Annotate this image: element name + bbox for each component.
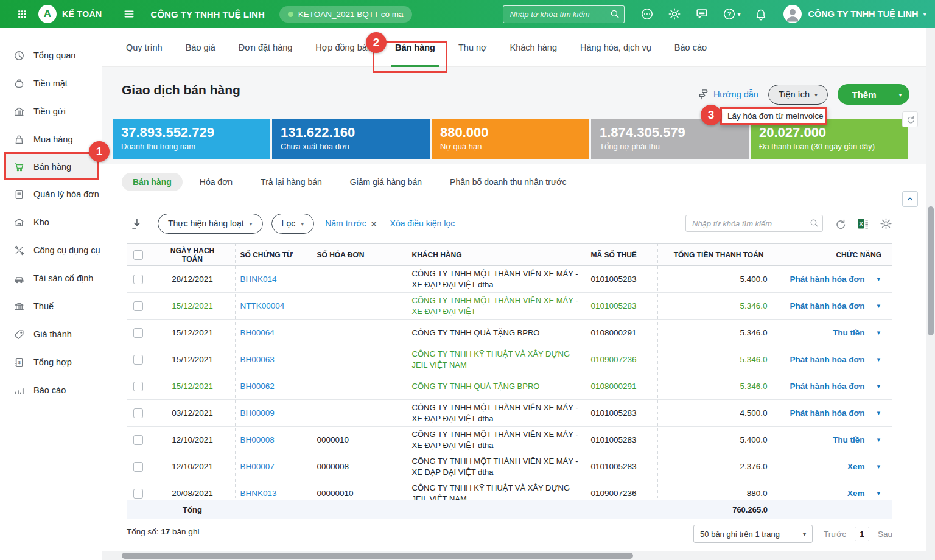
- kpi-card-tong-no-phai-thu[interactable]: 1.874.305.579Tổng nợ phải thu: [591, 119, 749, 159]
- account-name[interactable]: CÔNG TY TNHH TUỆ LINH: [808, 9, 918, 19]
- doc-no-link[interactable]: BH00009: [240, 408, 275, 418]
- sidebar-item-tien-mat[interactable]: Tiền mặt: [0, 69, 102, 97]
- doc-no-link[interactable]: BH00007: [240, 462, 275, 471]
- row-action-button[interactable]: Thu tiền: [833, 435, 865, 444]
- row-action-chevron-down-icon[interactable]: ▾: [877, 382, 880, 390]
- subtab-tra-lai-hang-ban[interactable]: Trả lại hàng bán: [250, 173, 333, 191]
- doc-no-link[interactable]: BH00062: [240, 382, 275, 391]
- vertical-scrollbar[interactable]: [926, 28, 935, 560]
- tab-quy-trinh[interactable]: Quy trình: [126, 28, 163, 67]
- current-page[interactable]: 1: [855, 527, 869, 541]
- col-chuc-nang[interactable]: CHỨC NĂNG: [769, 244, 892, 266]
- sidebar-item-gia-thanh[interactable]: Giá thành: [0, 320, 102, 348]
- refresh-cards-button[interactable]: [902, 111, 918, 127]
- sidebar-item-thue[interactable]: Thuế: [0, 292, 102, 320]
- row-action-chevron-down-icon[interactable]: ▾: [877, 436, 880, 444]
- row-action-button[interactable]: Xem: [847, 462, 865, 471]
- tab-thu-no[interactable]: Thu nợ: [458, 28, 487, 67]
- sidebar-item-tien-gui[interactable]: Tiền gửi: [0, 97, 102, 125]
- kpi-card-no-qua-han[interactable]: 880.000Nợ quá hạn: [432, 119, 589, 159]
- utilities-button[interactable]: Tiện ích ▾: [768, 85, 828, 105]
- subtab-ban-hang[interactable]: Bán hàng: [122, 173, 183, 191]
- avatar[interactable]: [783, 5, 802, 23]
- search-icon[interactable]: [809, 218, 819, 228]
- row-checkbox[interactable]: [133, 408, 143, 418]
- page-size-select[interactable]: 50 bản ghi trên 1 trang ▾: [693, 525, 813, 543]
- batch-actions-button[interactable]: Thực hiện hàng loạt ▾: [158, 214, 263, 234]
- export-excel-icon[interactable]: X: [856, 217, 869, 230]
- col-ngay-hach-toan[interactable]: NGÀY HẠCH TOÁN: [150, 244, 235, 266]
- row-action-button[interactable]: Phát hành hóa đơn: [790, 382, 865, 391]
- doc-no-link[interactable]: BH00063: [240, 355, 275, 364]
- chevron-down-icon[interactable]: ▾: [891, 91, 909, 98]
- row-action-chevron-down-icon[interactable]: ▾: [877, 275, 880, 283]
- row-action-button[interactable]: Phát hành hóa đơn: [790, 355, 865, 364]
- doc-no-link[interactable]: BHNK013: [240, 489, 277, 498]
- kpi-card-da-thanh-toan-30-ngay-gan-day[interactable]: 20.027.000Đã thanh toán (30 ngày gần đây…: [751, 119, 908, 159]
- row-checkbox[interactable]: [133, 328, 143, 338]
- tab-khach-hang[interactable]: Khách hàng: [510, 28, 557, 67]
- scroll-to-top-button[interactable]: [902, 191, 918, 207]
- sidebar-item-cong-cu-dung-cu[interactable]: Công cụ dụng cụ: [0, 236, 102, 264]
- row-action-chevron-down-icon[interactable]: ▾: [877, 409, 880, 417]
- subtab-giam-gia-hang-ban[interactable]: Giảm giá hàng bán: [339, 173, 433, 191]
- row-action-chevron-down-icon[interactable]: ▾: [877, 355, 880, 363]
- row-action-button[interactable]: Thu tiền: [833, 328, 865, 337]
- app-grid-icon[interactable]: [17, 9, 27, 19]
- prev-page-button[interactable]: Trước: [824, 530, 846, 539]
- next-page-button[interactable]: Sau: [878, 530, 892, 539]
- col-so-chung-tu[interactable]: SỐ CHỨNG TỪ: [235, 244, 312, 266]
- col-so-hoa-don[interactable]: SỐ HÓA ĐƠN: [312, 244, 407, 266]
- close-icon[interactable]: ×: [371, 219, 377, 229]
- chat-icon[interactable]: [695, 7, 709, 21]
- col-ma-so-thue[interactable]: MÃ SỐ THUẾ: [586, 244, 657, 266]
- guide-link[interactable]: Hướng dẫn: [697, 88, 758, 100]
- sidebar-item-tong-hop[interactable]: $Tổng hợp: [0, 348, 102, 376]
- horizontal-scrollbar[interactable]: [102, 551, 926, 560]
- list-search-input[interactable]: [685, 215, 823, 232]
- row-action-button[interactable]: Xem: [847, 489, 865, 498]
- row-action-chevron-down-icon[interactable]: ▾: [877, 302, 880, 310]
- hamburger-menu-icon[interactable]: [123, 8, 135, 20]
- doc-no-link[interactable]: BH00008: [240, 435, 275, 444]
- download-arrow-icon[interactable]: [130, 217, 143, 230]
- subtab-hoa-don[interactable]: Hóa đơn: [189, 173, 243, 191]
- kpi-card-doanh-thu-trong-nam[interactable]: 37.893.552.729Doanh thu trong năm: [113, 119, 270, 159]
- sidebar-item-quan-ly-hoa-don[interactable]: Quản lý hóa đơn: [0, 180, 102, 208]
- doc-no-link[interactable]: BH00064: [240, 328, 275, 337]
- row-checkbox[interactable]: [133, 355, 143, 365]
- row-checkbox[interactable]: [133, 462, 143, 472]
- bell-icon[interactable]: [754, 7, 768, 21]
- vertical-scrollbar-thumb[interactable]: [928, 206, 934, 335]
- sidebar-item-kho[interactable]: Kho: [0, 208, 102, 236]
- tab-hang-hoa-dich-vu[interactable]: Hàng hóa, dịch vụ: [580, 28, 651, 67]
- gear-icon[interactable]: [668, 7, 681, 21]
- more-apps-icon[interactable]: [640, 7, 654, 21]
- workspace-badge[interactable]: KETOAN_2021 BQTT có mã: [279, 6, 412, 23]
- sidebar-item-ban-hang[interactable]: Bán hàng: [4, 153, 98, 180]
- row-action-chevron-down-icon[interactable]: ▾: [877, 329, 880, 337]
- menu-item-get-invoice-meinvoice[interactable]: Lấy hóa đơn từ meInvoice: [720, 107, 827, 125]
- add-button[interactable]: Thêm ▾: [838, 84, 909, 105]
- subtab-phan-bo-doanh-thu-nhan-truoc[interactable]: Phân bổ doanh thu nhận trước: [439, 173, 577, 191]
- col-tong-tien-thanh-toan[interactable]: TỔNG TIỀN THANH TOÁN: [657, 244, 769, 266]
- sidebar-item-bao-cao[interactable]: Báo cáo: [0, 376, 102, 404]
- row-action-chevron-down-icon[interactable]: ▾: [877, 489, 880, 497]
- search-icon[interactable]: [609, 9, 620, 19]
- sidebar-item-mua-hang[interactable]: Mua hàng: [0, 125, 102, 153]
- row-action-button[interactable]: Phát hành hóa đơn: [790, 408, 865, 418]
- tab-don-dat-hang[interactable]: Đơn đặt hàng: [239, 28, 293, 67]
- row-checkbox[interactable]: [133, 301, 143, 311]
- sidebar-item-tong-quan[interactable]: Tổng quan: [0, 41, 102, 69]
- tab-bao-cao[interactable]: Báo cáo: [674, 28, 707, 67]
- row-checkbox[interactable]: [133, 275, 143, 284]
- row-action-chevron-down-icon[interactable]: ▾: [877, 463, 880, 471]
- row-checkbox[interactable]: [133, 382, 143, 391]
- tab-ban-hang[interactable]: Bán hàng: [395, 28, 435, 67]
- horizontal-scrollbar-thumb[interactable]: [122, 553, 633, 559]
- row-action-button[interactable]: Phát hành hóa đơn: [790, 301, 865, 310]
- row-checkbox[interactable]: [133, 489, 143, 499]
- app-logo[interactable]: A: [38, 5, 57, 23]
- account-chevron-down-icon[interactable]: ▾: [923, 10, 926, 18]
- refresh-icon[interactable]: [833, 217, 846, 230]
